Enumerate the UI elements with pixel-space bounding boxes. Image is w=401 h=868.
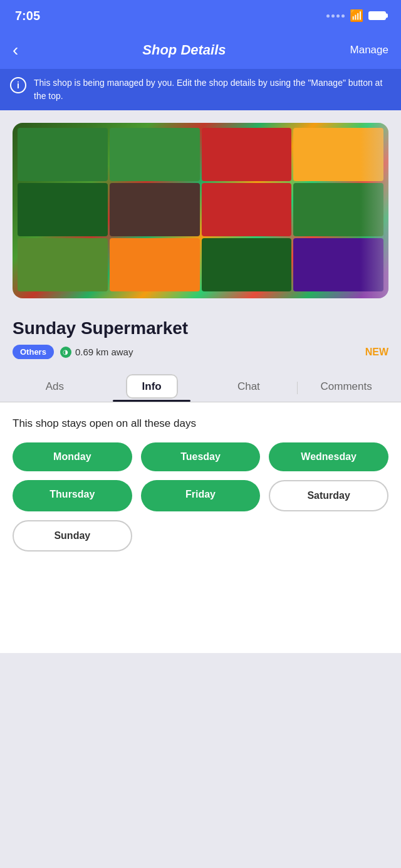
day-button[interactable]: Sunday — [13, 520, 132, 552]
days-grid: MondayTuesdayWednesdayThursdayFridaySatu… — [13, 442, 388, 552]
page-title: Shop Details — [142, 42, 226, 58]
day-button[interactable]: Friday — [141, 480, 261, 511]
shop-info: Sunday Supermarket Others 0.69 km away N… — [0, 308, 401, 367]
back-button[interactable]: ‹ — [13, 40, 18, 60]
day-button[interactable]: Wednesday — [269, 442, 388, 471]
tab-ads[interactable]: Ads — [6, 374, 103, 402]
battery-icon — [368, 11, 386, 20]
tab-chat[interactable]: Chat — [200, 374, 298, 402]
day-button[interactable]: Tuesday — [141, 442, 261, 471]
image-section — [0, 110, 401, 308]
tabs-section: Ads Info Chat Comments — [0, 367, 401, 402]
shop-image-container[interactable] — [13, 123, 388, 298]
manage-button[interactable]: Manage — [350, 44, 388, 56]
new-badge: NEW — [365, 347, 388, 358]
next-image-indicator — [360, 123, 388, 298]
location-dot-icon — [60, 347, 71, 358]
distance-text: 0.69 km away — [75, 347, 133, 357]
open-days-section: This shop stays open on all these days M… — [0, 402, 401, 653]
status-time: 7:05 — [15, 9, 40, 23]
main-content: Sunday Supermarket Others 0.69 km away N… — [0, 110, 401, 653]
wifi-icon: 📶 — [350, 9, 363, 23]
shop-image — [13, 123, 388, 298]
day-button[interactable]: Monday — [13, 442, 132, 471]
signal-icon — [326, 14, 345, 18]
shop-name: Sunday Supermarket — [13, 318, 388, 338]
info-banner: i This shop is being managed by you. Edi… — [0, 69, 401, 110]
day-button[interactable]: Thursday — [13, 480, 132, 511]
tab-info[interactable]: Info — [103, 374, 200, 402]
distance-info: 0.69 km away — [60, 347, 133, 358]
info-banner-text: This shop is being managed by you. Edit … — [34, 76, 391, 103]
shop-meta: Others 0.69 km away NEW — [13, 345, 388, 359]
tab-comments[interactable]: Comments — [298, 374, 395, 402]
day-button[interactable]: Saturday — [269, 480, 388, 511]
open-days-title: This shop stays open on all these days — [13, 417, 388, 430]
veggie-grid — [13, 123, 388, 298]
status-bar: 7:05 📶 — [0, 0, 401, 31]
status-icons: 📶 — [326, 9, 386, 23]
header: ‹ Shop Details Manage — [0, 31, 401, 69]
tabs-row: Ads Info Chat Comments — [0, 374, 401, 402]
info-icon: i — [10, 77, 26, 93]
category-badge: Others — [13, 345, 54, 359]
